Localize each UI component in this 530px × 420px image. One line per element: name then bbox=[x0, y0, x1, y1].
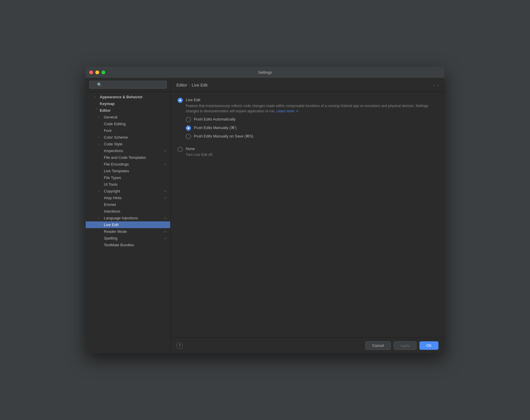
none-label: None bbox=[186, 146, 213, 152]
sidebar-item-label: Copyright bbox=[104, 189, 120, 193]
sidebar-item-font[interactable]: Font bbox=[86, 127, 170, 134]
apply-button[interactable]: Apply bbox=[394, 341, 417, 350]
sidebar-item-label: Color Scheme bbox=[104, 135, 128, 140]
breadcrumb-current: Live Edit bbox=[192, 83, 208, 87]
sidebar-item-ui-tools[interactable]: UI Tools bbox=[86, 181, 170, 188]
content-area: 🔍 › Appearance & Behavior Keymap › bbox=[86, 78, 444, 353]
sidebar-item-appearance[interactable]: › Appearance & Behavior bbox=[86, 94, 170, 100]
search-container: 🔍 bbox=[86, 78, 170, 92]
sidebar-item-label: Editor bbox=[100, 108, 111, 113]
sidebar-nav: › Appearance & Behavior Keymap › Editor … bbox=[86, 92, 170, 353]
push-manually-radio[interactable] bbox=[186, 125, 191, 131]
sidebar-item-label: TextMate Bundles bbox=[104, 243, 134, 247]
sidebar-badge: ▭ bbox=[164, 162, 167, 166]
sidebar-item-live-templates[interactable]: Live Templates bbox=[86, 168, 170, 174]
sidebar-item-spelling[interactable]: Spelling ▭ bbox=[86, 235, 170, 242]
sidebar-item-label: Live Edit bbox=[104, 223, 118, 227]
sidebar-badge: ▭ bbox=[164, 236, 167, 240]
sidebar: 🔍 › Appearance & Behavior Keymap › bbox=[86, 78, 171, 353]
sidebar-item-live-edit[interactable]: › Live Edit bbox=[86, 221, 170, 228]
arrow-icon: › bbox=[95, 109, 98, 113]
sidebar-item-label: UI Tools bbox=[104, 182, 118, 187]
push-manually-option: Push Edits Manually (⌘') bbox=[186, 125, 437, 131]
none-option-content: None Turn Live Edit off. bbox=[186, 146, 213, 157]
sidebar-item-file-types[interactable]: File Types bbox=[86, 174, 170, 181]
sidebar-item-reader-mode[interactable]: Reader Mode ▭ bbox=[86, 228, 170, 235]
sub-options: Push Edits Automatically Push Edits Manu… bbox=[186, 117, 437, 139]
arrow-icon: › bbox=[99, 116, 103, 119]
live-edit-description: Feature that instantaneously reflects co… bbox=[186, 103, 437, 114]
search-input[interactable] bbox=[89, 81, 167, 89]
none-section: None Turn Live Edit off. bbox=[178, 146, 437, 157]
sidebar-item-textmate-bundles[interactable]: TextMate Bundles bbox=[86, 242, 170, 248]
sidebar-item-code-style[interactable]: › Code Style bbox=[86, 141, 170, 147]
arrow-icon: › bbox=[99, 223, 103, 226]
close-button[interactable] bbox=[89, 70, 93, 74]
arrow-icon: › bbox=[99, 216, 103, 220]
sidebar-item-label: File Encodings bbox=[104, 162, 129, 166]
sidebar-item-label: Code Editing bbox=[104, 122, 125, 126]
sidebar-item-inspections[interactable]: Inspections ▭ bbox=[86, 147, 170, 154]
minimize-button[interactable] bbox=[95, 70, 99, 74]
sidebar-item-label: General bbox=[104, 115, 117, 119]
sidebar-badge: ▭ bbox=[164, 196, 167, 200]
titlebar: Settings bbox=[86, 67, 444, 78]
sidebar-item-label: Reader Mode bbox=[104, 229, 127, 234]
sidebar-badge: ▭ bbox=[164, 149, 167, 153]
sidebar-item-general[interactable]: › General bbox=[86, 114, 170, 121]
sidebar-item-emmet[interactable]: Emmet bbox=[86, 201, 170, 208]
push-on-save-radio[interactable] bbox=[186, 134, 191, 139]
sidebar-item-editor[interactable]: › Editor bbox=[86, 107, 170, 114]
push-on-save-option: Push Edits Manually on Save (⌘S) bbox=[186, 134, 437, 139]
arrow-icon: › bbox=[99, 142, 103, 146]
push-auto-radio[interactable] bbox=[186, 117, 191, 122]
forward-button[interactable]: › bbox=[437, 82, 438, 88]
sidebar-item-language-injections[interactable]: › Language Injections ▭ bbox=[86, 215, 170, 221]
sidebar-badge: ▭ bbox=[164, 216, 167, 220]
navigation-arrows: ‹ › bbox=[433, 82, 438, 88]
maximize-button[interactable] bbox=[101, 70, 105, 74]
sidebar-item-keymap[interactable]: Keymap bbox=[86, 100, 170, 107]
sidebar-item-copyright[interactable]: › Copyright ▭ bbox=[86, 188, 170, 194]
sidebar-item-code-editing[interactable]: Code Editing bbox=[86, 121, 170, 127]
none-radio[interactable] bbox=[178, 147, 183, 152]
sidebar-item-label: Font bbox=[104, 128, 111, 133]
sidebar-item-label: Spelling bbox=[104, 236, 117, 240]
ok-button[interactable]: OK bbox=[419, 341, 438, 350]
breadcrumb-separator: › bbox=[189, 83, 190, 87]
sidebar-item-label: Appearance & Behavior bbox=[100, 95, 143, 99]
sidebar-item-label: Code Style bbox=[104, 142, 123, 146]
help-button[interactable]: ? bbox=[176, 342, 183, 349]
cancel-button[interactable]: Cancel bbox=[365, 341, 390, 350]
settings-window: Settings 🔍 › Appearance & Behavior Keyma bbox=[86, 67, 444, 353]
push-manually-label: Push Edits Manually (⌘') bbox=[194, 125, 237, 130]
live-edit-radio[interactable] bbox=[178, 98, 183, 103]
bottom-bar: ? Cancel Apply OK bbox=[171, 338, 444, 353]
sidebar-item-label: Intentions bbox=[104, 209, 120, 214]
sidebar-item-color-scheme[interactable]: › Color Scheme bbox=[86, 134, 170, 141]
sidebar-item-file-encodings[interactable]: File Encodings ▭ bbox=[86, 161, 170, 168]
push-auto-label: Push Edits Automatically bbox=[194, 117, 235, 122]
live-edit-option-content: Live Edit Feature that instantaneously r… bbox=[186, 97, 437, 114]
arrow-icon: › bbox=[99, 136, 103, 139]
live-edit-option: Live Edit Feature that instantaneously r… bbox=[178, 97, 437, 114]
push-on-save-label: Push Edits Manually on Save (⌘S) bbox=[194, 134, 253, 139]
push-auto-option: Push Edits Automatically bbox=[186, 117, 437, 122]
sidebar-item-label: Emmet bbox=[104, 202, 116, 207]
back-button[interactable]: ‹ bbox=[433, 82, 434, 88]
learn-more-link[interactable]: Learn more ↗ bbox=[276, 109, 298, 113]
sidebar-item-label: File and Code Templates bbox=[104, 155, 146, 160]
sidebar-item-intentions[interactable]: Intentions bbox=[86, 208, 170, 215]
sidebar-badge: ▭ bbox=[164, 230, 167, 233]
live-edit-section: Live Edit Feature that instantaneously r… bbox=[178, 97, 437, 139]
sidebar-item-label: Inspections bbox=[104, 149, 123, 153]
window-title: Settings bbox=[258, 70, 272, 75]
sidebar-item-file-code-templates[interactable]: File and Code Templates bbox=[86, 154, 170, 161]
sidebar-badge: ▭ bbox=[164, 189, 167, 193]
sidebar-item-inlay-hints[interactable]: Inlay Hints ▭ bbox=[86, 194, 170, 201]
sidebar-item-label: Keymap bbox=[100, 101, 115, 106]
window-controls bbox=[89, 70, 105, 74]
live-edit-label: Live Edit bbox=[186, 97, 437, 103]
main-panel: Editor › Live Edit ‹ › Live Edit bbox=[171, 78, 444, 353]
search-wrapper: 🔍 bbox=[89, 81, 167, 89]
